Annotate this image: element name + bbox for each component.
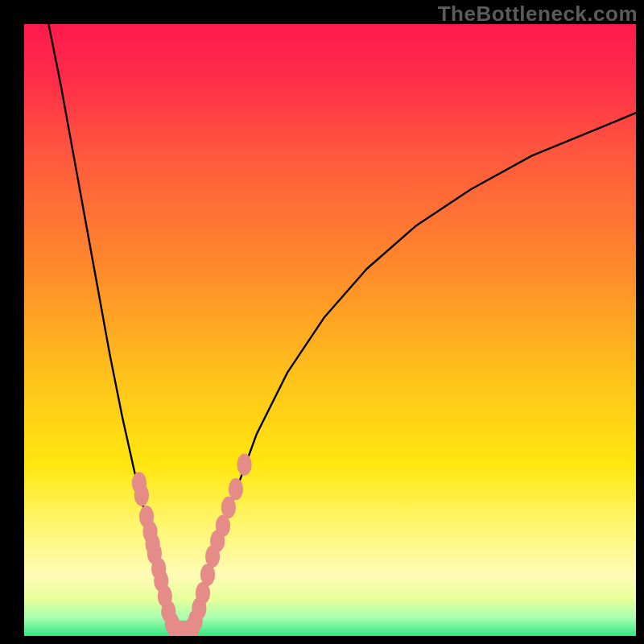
chart-overlay-svg	[24, 24, 636, 636]
marker-point	[134, 485, 149, 506]
valley-markers	[132, 454, 252, 636]
marker-point	[221, 497, 236, 518]
curve-right-branch	[192, 113, 636, 630]
plot-area	[24, 24, 636, 636]
bottleneck-curves	[48, 24, 636, 630]
bottleneck-chart-figure: TheBottleneck.com	[0, 0, 644, 644]
marker-point	[237, 454, 251, 476]
marker-point	[229, 478, 243, 500]
watermark-text: TheBottleneck.com	[438, 2, 638, 27]
